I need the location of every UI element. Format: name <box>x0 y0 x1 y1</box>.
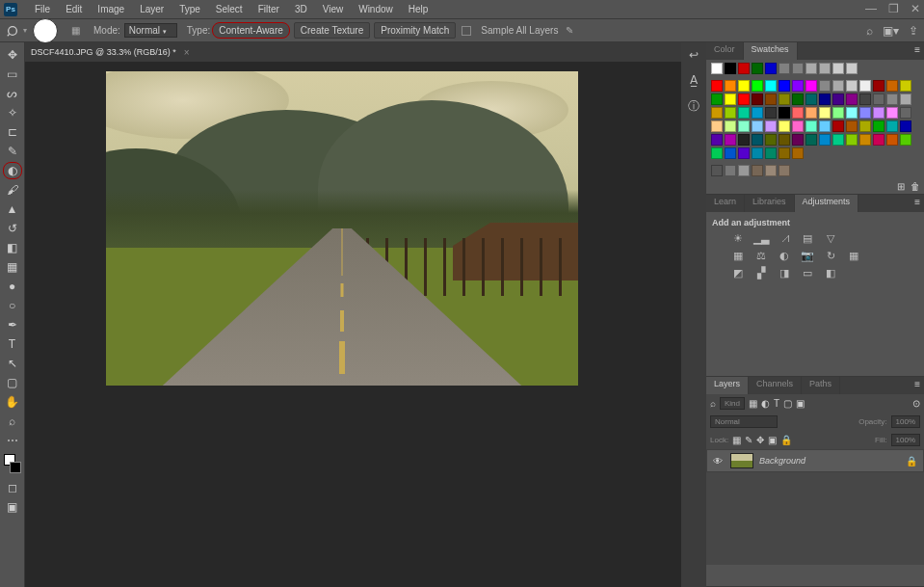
swatch[interactable] <box>752 63 763 74</box>
swatch[interactable] <box>725 165 736 176</box>
character-panel-icon[interactable]: A̲ <box>690 73 698 87</box>
swatch[interactable] <box>859 107 871 119</box>
lock-all-icon[interactable]: 🔒 <box>780 435 792 445</box>
swatch[interactable] <box>738 134 750 146</box>
layer-row[interactable]: 👁 Background 🔒 <box>706 449 924 472</box>
swatch[interactable] <box>711 80 723 92</box>
gradient-map-icon[interactable]: ▭ <box>801 266 814 280</box>
swatch[interactable] <box>738 63 750 74</box>
swatch[interactable] <box>738 147 750 159</box>
swatch[interactable] <box>900 80 911 92</box>
color-balance-icon[interactable]: ⚖ <box>754 249 768 262</box>
swatch[interactable] <box>779 147 790 159</box>
swatch[interactable] <box>779 134 790 146</box>
marquee-tool[interactable]: ▭ <box>3 66 22 83</box>
menu-file[interactable]: File <box>27 0 58 18</box>
swatch[interactable] <box>752 93 763 105</box>
tab-libraries[interactable]: Libraries <box>745 195 795 212</box>
mode-select[interactable]: Normal ▾ <box>124 23 177 38</box>
swatch[interactable] <box>711 147 723 159</box>
swatch[interactable] <box>752 80 763 92</box>
swatch[interactable] <box>846 63 858 74</box>
spot-healing-brush-tool[interactable]: ◐ <box>3 162 22 179</box>
gradient-tool[interactable]: ▦ <box>3 258 22 276</box>
swatch[interactable] <box>819 63 831 74</box>
menu-filter[interactable]: Filter <box>251 0 287 18</box>
swatch[interactable] <box>846 120 858 132</box>
swatch[interactable] <box>792 80 804 92</box>
swatch[interactable] <box>900 107 911 119</box>
tab-learn[interactable]: Learn <box>706 195 745 212</box>
swatch[interactable] <box>886 93 898 105</box>
swatch[interactable] <box>846 93 858 105</box>
swatch[interactable] <box>886 107 898 119</box>
swatch[interactable] <box>792 120 804 132</box>
panel-menu-icon[interactable]: ≡ <box>911 377 924 394</box>
brightness-contrast-icon[interactable]: ☀ <box>731 231 745 245</box>
swatch[interactable] <box>846 107 858 119</box>
menu-window[interactable]: Window <box>351 0 401 18</box>
swatch[interactable] <box>725 120 736 132</box>
type-content-aware-button[interactable]: Content-Aware <box>212 22 290 39</box>
screen-mode-tool[interactable]: ▣ <box>3 498 22 516</box>
swatch[interactable] <box>765 93 777 105</box>
swatch[interactable] <box>792 63 804 74</box>
swatch[interactable] <box>805 107 817 119</box>
type-proximity-match-button[interactable]: Proximity Match <box>374 22 456 39</box>
swatch[interactable] <box>805 80 817 92</box>
history-panel-icon[interactable]: ↩ <box>689 48 699 62</box>
menu-image[interactable]: Image <box>90 0 132 18</box>
swatch[interactable] <box>711 165 723 176</box>
swatch[interactable] <box>832 80 844 92</box>
chevron-down-icon[interactable]: ▾ <box>23 26 27 35</box>
swatch[interactable] <box>765 120 777 132</box>
blur-tool[interactable]: ● <box>3 278 22 295</box>
menu-3d[interactable]: 3D <box>287 0 315 18</box>
swatch[interactable] <box>846 80 858 92</box>
posterize-icon[interactable]: ▞ <box>754 266 768 280</box>
swatch[interactable] <box>752 120 763 132</box>
swatch[interactable] <box>886 134 898 146</box>
swatch[interactable] <box>832 93 844 105</box>
swatch[interactable] <box>725 80 736 92</box>
new-swatch-icon[interactable]: ⊞ <box>897 181 905 192</box>
swatch[interactable] <box>886 80 898 92</box>
photo-filter-icon[interactable]: 📷 <box>801 249 814 262</box>
swatch[interactable] <box>859 80 871 92</box>
swatch[interactable] <box>819 93 831 105</box>
pen-tool[interactable]: ✒ <box>3 316 22 334</box>
foreground-background-colors[interactable] <box>4 454 21 473</box>
black-white-icon[interactable]: ◐ <box>778 249 791 262</box>
document-tab[interactable]: DSCF4410.JPG @ 33.3% (RGB/16) * <box>31 47 176 57</box>
swatch[interactable] <box>738 93 750 105</box>
swatch[interactable] <box>805 63 817 74</box>
close-icon[interactable]: ✕ <box>911 2 920 15</box>
color-lookup-icon[interactable]: ▦ <box>847 249 860 262</box>
curves-icon[interactable]: ⩘ <box>778 231 791 245</box>
share-icon[interactable]: ⇪ <box>909 24 918 38</box>
panel-menu-icon[interactable]: ≡ <box>911 42 924 60</box>
swatch[interactable] <box>765 107 777 119</box>
type-create-texture-button[interactable]: Create Texture <box>294 22 370 39</box>
restore-icon[interactable]: ❐ <box>888 2 899 15</box>
menu-select[interactable]: Select <box>208 0 251 18</box>
swatch[interactable] <box>819 134 831 146</box>
menu-type[interactable]: Type <box>172 0 208 18</box>
filter-pixel-icon[interactable]: ▦ <box>749 398 757 409</box>
swatch[interactable] <box>779 63 790 74</box>
swatch[interactable] <box>832 134 844 146</box>
lock-transparency-icon[interactable]: ▦ <box>732 435 741 445</box>
threshold-icon[interactable]: ◨ <box>778 266 791 280</box>
tab-channels[interactable]: Channels <box>749 377 802 394</box>
zoom-tool[interactable]: ⌕ <box>3 413 22 430</box>
filter-kind-select[interactable]: Kind <box>720 397 745 410</box>
filter-smart-icon[interactable]: ▣ <box>796 398 805 409</box>
swatch[interactable] <box>725 63 736 74</box>
swatch[interactable] <box>886 120 898 132</box>
lock-artboard-icon[interactable]: ▣ <box>768 435 777 445</box>
crop-tool[interactable]: ⊏ <box>3 123 22 141</box>
swatch[interactable] <box>859 93 871 105</box>
lasso-tool[interactable]: ᔕ <box>3 85 22 102</box>
blend-mode-select[interactable]: Normal <box>710 415 778 428</box>
swatch[interactable] <box>738 80 750 92</box>
